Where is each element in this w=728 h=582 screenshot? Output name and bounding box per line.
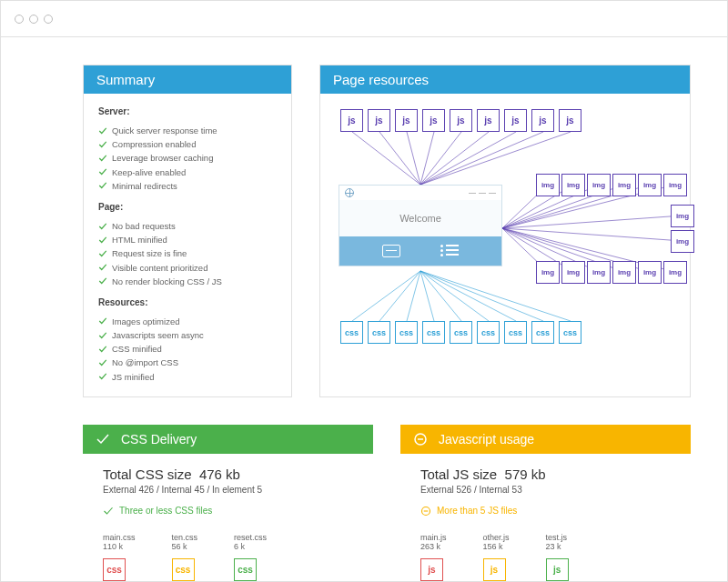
file-item: main.css110 kcss bbox=[103, 533, 136, 581]
js-subtitle: External 526 / Internal 53 bbox=[420, 485, 671, 495]
summary-item: CSS minified bbox=[98, 342, 277, 356]
svg-line-30 bbox=[420, 271, 543, 321]
js-resource-icon: js bbox=[368, 109, 390, 132]
css-resource-icon: css bbox=[422, 321, 445, 344]
resources-card: Page resources bbox=[319, 65, 691, 397]
svg-line-6 bbox=[420, 132, 516, 185]
js-usage-header: Javascript usage bbox=[400, 425, 691, 454]
svg-line-24 bbox=[379, 271, 420, 321]
mock-welcome: Welcome bbox=[339, 200, 501, 236]
js-resource-icon: js bbox=[559, 109, 581, 132]
mock-browser: Welcome bbox=[339, 185, 502, 266]
file-type-icon: css bbox=[103, 558, 126, 581]
css-resource-icon: css bbox=[368, 321, 390, 344]
svg-line-23 bbox=[352, 271, 420, 321]
check-icon bbox=[98, 126, 107, 135]
img-resource-icon: img bbox=[671, 205, 694, 227]
check-icon bbox=[98, 181, 107, 190]
check-icon bbox=[98, 236, 107, 245]
img-resource-icon: img bbox=[663, 174, 687, 196]
chrome-close-icon[interactable] bbox=[15, 15, 24, 24]
img-resource-icon: img bbox=[638, 261, 662, 284]
js-resource-icon: js bbox=[477, 109, 500, 132]
file-item: ten.css56 kcss bbox=[172, 533, 198, 581]
resources-body: Welcome jsjsjsjsjsjsjsjsjs imgimgimgimgi… bbox=[320, 94, 690, 385]
css-resource-icon: css bbox=[450, 321, 472, 344]
svg-line-1 bbox=[379, 132, 420, 185]
summary-item: No render blocking CSS / JS bbox=[98, 275, 277, 288]
check-icon bbox=[98, 331, 107, 340]
svg-line-5 bbox=[420, 132, 489, 185]
css-delivery-card: CSS Delivery Total CSS size 476 kb Exter… bbox=[83, 425, 373, 581]
file-item: main.js263 kjs bbox=[420, 533, 447, 581]
svg-line-4 bbox=[420, 132, 461, 185]
summary-item: No @import CSS bbox=[98, 356, 277, 369]
svg-line-28 bbox=[420, 271, 489, 321]
check-icon bbox=[98, 316, 107, 326]
css-files: main.css110 kcssten.css56 kcssreset.css6… bbox=[103, 533, 353, 581]
file-item: reset.css6 kcss bbox=[234, 533, 267, 581]
browser-frame: Summary Server: Quick server response ti… bbox=[0, 0, 728, 582]
css-status: Three or less CSS files bbox=[103, 506, 353, 517]
svg-line-15 bbox=[502, 216, 682, 228]
img-resource-icon: img bbox=[536, 261, 560, 284]
js-resource-icon: js bbox=[504, 109, 527, 132]
css-resource-icon: css bbox=[504, 321, 527, 344]
summary-resources-label: Resources: bbox=[98, 297, 277, 307]
summary-server-list: Quick server response timeCompression en… bbox=[98, 124, 277, 193]
img-resource-icon: img bbox=[671, 230, 694, 253]
summary-item: HTML minified bbox=[98, 233, 277, 246]
check-icon bbox=[103, 506, 114, 517]
file-item: test.js23 kjs bbox=[546, 533, 569, 581]
file-type-icon: js bbox=[420, 558, 443, 581]
img-resource-icon: img bbox=[536, 174, 560, 196]
img-resource-icon: img bbox=[587, 261, 611, 284]
svg-line-7 bbox=[420, 132, 543, 185]
check-icon bbox=[98, 222, 107, 231]
img-resource-icon: img bbox=[612, 174, 636, 196]
check-icon bbox=[98, 358, 107, 367]
summary-item: Request size is fine bbox=[98, 246, 277, 260]
img-resource-icon: img bbox=[638, 174, 662, 196]
summary-resources-list: Images optimizedJavascripts seem asyncCS… bbox=[98, 315, 277, 384]
img-resource-icon: img bbox=[587, 174, 611, 196]
content: Summary Server: Quick server response ti… bbox=[1, 37, 727, 581]
file-type-icon: js bbox=[483, 558, 506, 581]
css-resource-icon: css bbox=[531, 321, 554, 344]
js-resource-icon: js bbox=[340, 109, 363, 132]
mock-toolbar bbox=[339, 236, 501, 266]
js-usage-body: Total JS size 579 kb External 526 / Inte… bbox=[400, 454, 691, 581]
window-controls-icon bbox=[469, 193, 496, 194]
css-resource-icon: css bbox=[477, 321, 500, 344]
minus-circle-icon bbox=[413, 432, 428, 447]
css-delivery-body: Total CSS size 476 kb External 426 / Int… bbox=[83, 454, 373, 581]
file-type-icon: js bbox=[546, 558, 569, 581]
svg-line-16 bbox=[502, 228, 682, 241]
summary-page-label: Page: bbox=[98, 202, 277, 212]
svg-line-29 bbox=[420, 271, 516, 321]
check-icon bbox=[98, 140, 107, 149]
chrome-minimize-icon[interactable] bbox=[29, 15, 38, 24]
summary-item: Javascripts seem async bbox=[98, 328, 277, 342]
chrome-maximize-icon[interactable] bbox=[44, 15, 53, 24]
js-resource-icon: js bbox=[531, 109, 554, 132]
summary-item: Quick server response time bbox=[98, 124, 277, 137]
file-type-icon: css bbox=[234, 558, 257, 581]
summary-server-label: Server: bbox=[98, 106, 277, 116]
minus-circle-icon bbox=[420, 506, 431, 517]
js-files: main.js263 kjsother.js156 kjstest.js23 k… bbox=[420, 533, 671, 581]
summary-header: Summary bbox=[84, 65, 291, 94]
check-icon bbox=[98, 154, 107, 163]
check-icon bbox=[98, 276, 107, 286]
summary-page-list: No bad requestsHTML minifiedRequest size… bbox=[98, 219, 277, 288]
summary-item: Compression enabled bbox=[98, 137, 277, 151]
js-status: More than 5 JS files bbox=[420, 506, 671, 517]
browser-chrome bbox=[1, 1, 727, 37]
summary-item: Images optimized bbox=[98, 315, 277, 328]
summary-item: Keep-alive enabled bbox=[98, 166, 277, 179]
svg-line-26 bbox=[420, 271, 434, 321]
css-delivery-title: CSS Delivery bbox=[121, 432, 197, 447]
img-resource-icon: img bbox=[561, 261, 585, 284]
file-type-icon: css bbox=[172, 558, 195, 581]
svg-line-25 bbox=[407, 271, 420, 321]
